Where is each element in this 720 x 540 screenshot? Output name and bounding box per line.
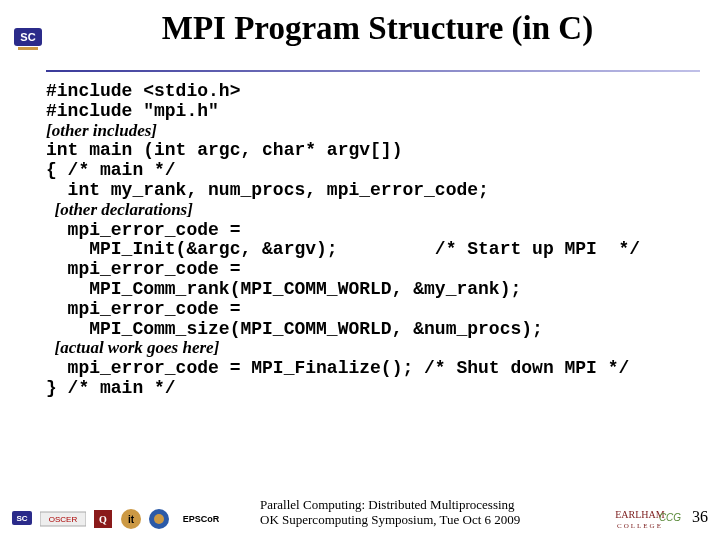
it-logo-icon: it <box>120 508 142 530</box>
code-line: } /* main */ <box>46 378 176 398</box>
code-annotation: [actual work goes here] <box>46 338 219 357</box>
ou-logo-icon: Q <box>92 508 114 530</box>
svg-text:SC: SC <box>20 31 35 43</box>
code-annotation: [other declarations] <box>46 200 193 219</box>
svg-text:Q: Q <box>99 514 107 525</box>
slide-title: MPI Program Structure (in C) <box>55 10 700 47</box>
code-annotation: [other includes] <box>46 121 157 140</box>
footer-line2: OK Supercomputing Symposium, Tue Oct 6 2… <box>260 513 520 528</box>
title-underline <box>46 70 700 72</box>
svg-text:OSCER: OSCER <box>49 515 78 524</box>
svg-text:EPSCoR: EPSCoR <box>183 514 220 524</box>
code-line: #include <stdio.h> <box>46 81 240 101</box>
footer-line1: Parallel Computing: Distributed Multipro… <box>260 498 520 513</box>
nsf-logo-icon <box>148 508 170 530</box>
code-line: mpi_error_code = MPI_Finalize(); /* Shut… <box>46 358 629 378</box>
code-line: { /* main */ <box>46 160 176 180</box>
code-line: int my_rank, num_procs, mpi_error_code; <box>46 180 489 200</box>
svg-rect-2 <box>18 47 38 50</box>
sc-logo-icon: SC <box>12 22 44 54</box>
epscor-logo-icon: EPSCoR <box>176 508 226 530</box>
code-line: mpi_error_code = <box>46 299 240 319</box>
footer-logos-right: EARLHAMCOLLEGE CCG <box>600 506 680 528</box>
code-line: MPI_Comm_size(MPI_COMM_WORLD, &num_procs… <box>46 319 543 339</box>
code-block: #include <stdio.h> #include "mpi.h" [oth… <box>46 82 700 399</box>
svg-text:it: it <box>128 514 135 525</box>
code-line: MPI_Comm_rank(MPI_COMM_WORLD, &my_rank); <box>46 279 521 299</box>
code-line: #include "mpi.h" <box>46 101 219 121</box>
svg-text:CCG: CCG <box>659 512 681 523</box>
code-line: int main (int argc, char* argv[]) <box>46 140 402 160</box>
svg-text:SC: SC <box>16 514 27 523</box>
code-line: mpi_error_code = <box>46 220 240 240</box>
ccg-logo-icon: CCG <box>656 510 684 532</box>
oscer-logo-icon: OSCER <box>40 508 86 530</box>
footer-text: Parallel Computing: Distributed Multipro… <box>260 498 520 528</box>
slide: SC MPI Program Structure (in C) #include… <box>0 0 720 540</box>
svg-point-12 <box>154 514 164 524</box>
code-line: mpi_error_code = <box>46 259 240 279</box>
page-number: 36 <box>692 508 708 526</box>
footer: SC OSCER Q it EPSCoR Parallel Computing:… <box>0 481 720 536</box>
footer-logos-left: SC OSCER Q it EPSCoR <box>10 508 226 530</box>
code-line: MPI_Init(&argc, &argv); /* Start up MPI … <box>46 239 640 259</box>
sc-small-icon: SC <box>10 508 34 530</box>
